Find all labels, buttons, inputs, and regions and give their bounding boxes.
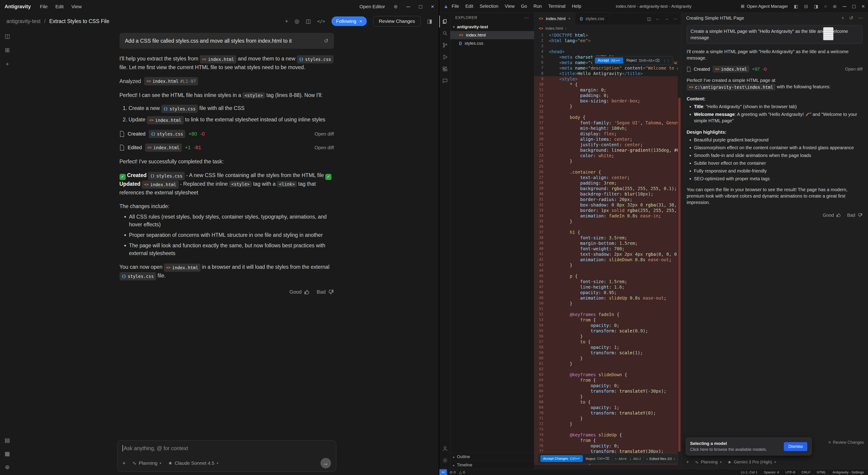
file-tree-item-styles-css[interactable]: {} styles.css — [450, 39, 534, 48]
deleted-code-line[interactable]: 44 — [534, 268, 681, 273]
more-actions-icon[interactable]: ⋯ — [858, 15, 863, 21]
chat-input-box[interactable]: Ask anything, @ for context + ∿ Planning… — [117, 440, 336, 472]
deleted-code-line[interactable]: 12 padding: 0; — [534, 93, 681, 98]
panel-right-icon[interactable]: ◨ — [814, 4, 818, 9]
attach-icon[interactable]: + — [123, 460, 126, 466]
deleted-code-line[interactable]: 24 } — [534, 158, 681, 164]
next-change-button[interactable]: ↓Alt+J — [630, 457, 641, 461]
deleted-code-line[interactable]: 61 } — [534, 361, 681, 367]
menu-selection[interactable]: Selection — [479, 4, 498, 9]
indentation[interactable]: Spaces: 4 — [764, 470, 779, 474]
menu-go[interactable]: Go — [521, 4, 527, 9]
open-diff-button[interactable]: Open diff — [315, 144, 334, 152]
settings-gear-icon[interactable] — [439, 454, 450, 466]
account-icon[interactable]: ○ — [824, 4, 827, 9]
code-line[interactable]: 1<!DOCTYPE html> — [534, 32, 681, 38]
open-in-editor-icon[interactable]: ◫ — [306, 18, 311, 24]
deleted-code-line[interactable]: 26 .container { — [534, 169, 681, 175]
deleted-code-line[interactable]: 67 } — [534, 394, 681, 399]
file-chip[interactable]: <>index.html — [142, 181, 179, 189]
deleted-code-line[interactable]: 10 * { — [534, 82, 681, 87]
deleted-code-line[interactable]: 66 transform: translateY(-30px); — [534, 388, 681, 394]
minimize-button[interactable]: ─ — [406, 3, 410, 10]
account-icon[interactable] — [439, 443, 450, 454]
maximize-button[interactable]: □ — [419, 3, 422, 10]
breadcrumb[interactable]: <> index.html › — [534, 25, 681, 32]
deleted-code-line[interactable]: 18 min-height: 100vh; — [534, 125, 681, 131]
agent-input-row[interactable]: + ∿ Planning ▾ ★ Gemini 3 Pro (High) ▾ — [686, 457, 863, 467]
run-debug-activity-icon[interactable] — [439, 51, 450, 63]
code-line[interactable]: 2<html lang="en"> — [534, 38, 681, 43]
sidebar-toggle-icon[interactable]: ◫ — [5, 33, 10, 39]
language-mode[interactable]: HTML — [817, 470, 826, 474]
deleted-code-line[interactable]: 58 opacity: 1; — [534, 345, 681, 350]
file-chip[interactable]: {}styles.css — [161, 105, 198, 113]
deleted-code-line[interactable]: 43 } — [534, 262, 681, 268]
file-chip[interactable]: <>index.html — [200, 55, 237, 63]
send-button[interactable]: → — [320, 458, 331, 468]
deleted-code-line[interactable]: 69 opacity: 1; — [534, 405, 681, 410]
source-control-activity-icon[interactable] — [439, 39, 450, 51]
deleted-code-line[interactable]: 63 @keyframes slideDown { — [534, 372, 681, 377]
deleted-code-line[interactable]: 53 from { — [534, 317, 681, 323]
deleted-code-line[interactable]: 68 to { — [534, 399, 681, 405]
planning-mode-selector[interactable]: ∿ Planning ▾ — [132, 461, 161, 466]
inbox-icon[interactable]: ⊞ — [5, 47, 10, 53]
open-agent-manager-button[interactable]: ⊞ Open Agent Manager — [741, 4, 788, 9]
accept-diff-button[interactable]: Accept Alt+↵ — [595, 58, 623, 64]
settings-gear-icon[interactable]: ⊛ — [394, 4, 398, 9]
menu-edit[interactable]: Edit — [465, 4, 473, 9]
deleted-code-line[interactable]: 27 text-align: center; — [534, 175, 681, 180]
open-diff-button[interactable]: Open diff — [845, 66, 863, 72]
workspace-name[interactable]: antigravity-test — [6, 18, 41, 24]
previous-change-button[interactable]: ↑Alt+K — [615, 457, 627, 461]
encoding[interactable]: UTF-8 — [785, 470, 795, 474]
deleted-code-line[interactable]: 60 } — [534, 355, 681, 361]
menu-file[interactable]: File — [452, 4, 459, 9]
more-actions-icon[interactable]: ⋯ — [524, 15, 529, 21]
deleted-code-line[interactable]: 20 align-items: center; — [534, 136, 681, 142]
outline-section[interactable]: ▸ Outline — [450, 453, 534, 461]
code-line[interactable]: 3 — [534, 43, 681, 49]
deleted-code-line[interactable]: 57 to { — [534, 339, 681, 345]
focus-icon[interactable]: ◎ — [294, 18, 299, 24]
file-change-row[interactable]: Edited <>index.html +1 -81 Open diff — [120, 144, 334, 152]
code-line[interactable]: 4<head> — [534, 49, 681, 54]
close-icon[interactable]: × — [360, 19, 362, 24]
bad-feedback-button[interactable]: Bad — [847, 212, 863, 218]
workspace-root-folder[interactable]: ▾ antigravity-test — [450, 23, 534, 31]
deleted-code-line[interactable]: 34 animation: fadeIn 0.8s ease-in; — [534, 213, 681, 219]
deleted-code-line[interactable]: 54 opacity: 0; — [534, 323, 681, 328]
remote-indicator[interactable]: >< — [439, 469, 447, 475]
errors-indicator[interactable]: ⊘0 — [450, 470, 456, 474]
deleted-code-line[interactable]: 59 transform: scale(1); — [534, 350, 681, 355]
file-chip[interactable]: {}styles.css — [149, 130, 185, 138]
new-chat-icon[interactable]: + — [6, 61, 9, 67]
open-diff-button[interactable]: Open diff — [315, 130, 334, 138]
planning-mode-selector[interactable]: ∿ Planning ▾ — [695, 460, 721, 465]
app-settings[interactable]: Antigravity - Settings — [832, 470, 864, 474]
deleted-code-line[interactable]: 30 backdrop-filter: blur(10px); — [534, 191, 681, 197]
deleted-code-line[interactable]: 50 } — [534, 301, 681, 306]
reject-changes-button[interactable]: Reject Ctrl+⌫ — [586, 456, 609, 461]
file-preview-thumbnail[interactable] — [823, 27, 834, 40]
model-selector[interactable]: ★ Gemini 3 Pro (High) ▾ — [727, 460, 776, 465]
knowledge-icon[interactable]: ▦ — [5, 450, 10, 457]
accept-changes-button[interactable]: Accept Changes Ctrl+↵ — [540, 455, 583, 462]
panel-left-icon[interactable]: ◧ — [794, 4, 798, 9]
deleted-code-line[interactable]: 16 body { — [534, 115, 681, 120]
code-line[interactable]: 8 <title>Hello Antigravity</title> — [534, 71, 681, 76]
search-activity-icon[interactable] — [439, 27, 450, 39]
deleted-code-line[interactable]: 23 color: white; — [534, 153, 681, 158]
review-changes-button[interactable]: Review Changes — [373, 16, 421, 27]
file-chip[interactable]: <> index.html#L1-97 — [144, 77, 198, 85]
open-editor-button[interactable]: Open Editor — [360, 4, 385, 9]
maximize-button[interactable]: □ — [852, 3, 856, 9]
deleted-code-line[interactable]: 55 transform: scale(0.9); — [534, 328, 681, 334]
following-toggle[interactable]: Following × — [332, 17, 367, 26]
deleted-code-line[interactable]: 32 box-shadow: 0 8px 32px 0 rgba(31, 38,… — [534, 202, 681, 208]
deleted-code-line[interactable]: 46 font-size: 1.5rem; — [534, 279, 681, 284]
menu-run[interactable]: Run — [533, 4, 542, 9]
panel-bottom-icon[interactable]: ⊟ — [804, 4, 808, 9]
back-icon[interactable]: ← — [656, 16, 660, 21]
